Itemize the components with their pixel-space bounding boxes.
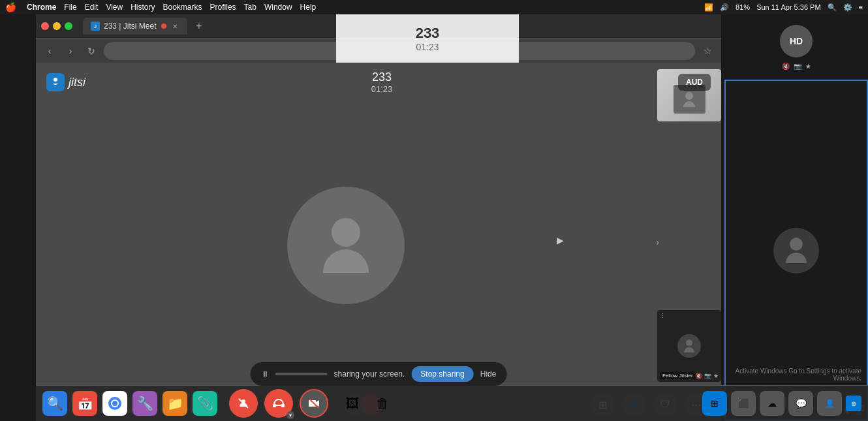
dock-trash[interactable]: 🗑 xyxy=(370,391,395,416)
menu-view[interactable]: View xyxy=(106,3,123,12)
menu-window[interactable]: Window xyxy=(264,3,292,12)
browser-tab[interactable]: J 233 | Jitsi Meet ✕ xyxy=(83,18,187,35)
overlay-room-timer: 01:23 xyxy=(416,42,439,52)
pause-icon[interactable]: ⏸ xyxy=(261,369,269,379)
taskbar-person[interactable]: 👤 xyxy=(817,391,842,416)
forward-btn[interactable]: › xyxy=(62,42,79,59)
room-timer: 01:23 xyxy=(371,84,393,94)
main-participant-icon xyxy=(313,213,379,278)
hd-avatar: HD xyxy=(780,25,813,57)
tile-mute-icon: 🔇 xyxy=(695,373,702,379)
jitsi-logo-text: jitsi xyxy=(69,76,85,89)
wifi-icon: 📶 xyxy=(704,3,713,12)
tab-title: 233 | Jitsi Meet xyxy=(104,22,157,31)
right-mute-icon: 🔇 xyxy=(782,63,790,70)
macos-dock: 🔍 📅 🔧 📁 📎 xyxy=(36,385,868,421)
svg-rect-9 xyxy=(281,404,285,407)
control-center-icon[interactable]: ⚙️ xyxy=(843,3,852,12)
dock-files[interactable]: 📁 xyxy=(163,391,187,416)
taskbar-taskview[interactable]: ⬛ xyxy=(731,391,756,416)
jitsi-logo-icon xyxy=(46,73,65,91)
room-title-overlay: 233 01:23 xyxy=(336,14,519,63)
taskbar-extra[interactable]: ⊕ xyxy=(846,396,861,411)
person-head xyxy=(332,218,360,247)
sidebar-arrow-btn[interactable]: › xyxy=(656,237,659,247)
tab-recording-dot xyxy=(161,23,166,29)
svg-point-0 xyxy=(54,78,57,82)
browser-chrome-top: J 233 | Jitsi Meet ✕ + ‹ › ↻ ☆ 233 01:23 xyxy=(36,14,721,63)
screen-share-notification: ⏸ sharing your screen. Stop sharing Hide xyxy=(251,362,507,386)
tile-menu-btn[interactable]: ⋮ xyxy=(660,313,666,319)
tab-favicon: J xyxy=(91,22,100,31)
sound-icon: 🔊 xyxy=(720,3,729,12)
tile-bottom-icons: 🔇 📷 ★ xyxy=(695,373,719,379)
mouse-cursor: ▶ xyxy=(557,235,564,245)
main-participant-avatar xyxy=(287,187,405,304)
right-star-icon[interactable]: ★ xyxy=(805,63,811,70)
menu-profiles[interactable]: Profiles xyxy=(210,3,236,12)
share-progress-bar xyxy=(275,373,328,375)
hide-button[interactable]: Hide xyxy=(480,369,497,379)
dock-calendar[interactable]: 📅 xyxy=(72,391,97,416)
dock-clips[interactable]: 📎 xyxy=(193,391,217,416)
menu-tab[interactable]: Tab xyxy=(244,3,256,12)
notification-icon[interactable]: ≡ xyxy=(859,3,863,11)
tab-close-btn[interactable]: ✕ xyxy=(170,22,179,31)
apple-menu[interactable]: 🍎 xyxy=(5,2,16,12)
jitsi-app: J 233 | Jitsi Meet ✕ + ‹ › ↻ ☆ 233 01:23 xyxy=(36,14,721,421)
dock-photos[interactable]: 🖼 xyxy=(340,391,365,416)
menu-history[interactable]: History xyxy=(131,3,155,12)
end-call-chevron[interactable]: ▾ xyxy=(287,411,294,419)
menu-help[interactable]: Help xyxy=(300,3,317,12)
battery-status: 81% xyxy=(736,3,750,11)
window-minimize-btn[interactable] xyxy=(53,22,61,30)
mute-call-btn[interactable] xyxy=(229,389,258,418)
menu-file[interactable]: File xyxy=(64,3,76,12)
right-panel-top: HD 🔇 📷 ★ xyxy=(724,14,868,80)
dock-finder[interactable]: 🔍 xyxy=(42,391,67,416)
refresh-btn[interactable]: ↻ xyxy=(83,42,100,59)
dock-chrome[interactable] xyxy=(102,391,127,416)
jitsi-header: jitsi 233 01:23 AUD xyxy=(36,63,721,102)
taskbar-widgets[interactable]: ☁ xyxy=(760,391,784,416)
fellow-jitster-tile[interactable]: Fellow Jitster ⋮ 🔇 📷 ★ xyxy=(657,310,721,382)
tile-novideo-icon: 📷 xyxy=(704,373,711,379)
aud-badge: AUD xyxy=(678,74,711,91)
overlay-room-name: 233 xyxy=(416,25,440,42)
taskbar-chat[interactable]: 💬 xyxy=(788,391,813,416)
back-btn[interactable]: ‹ xyxy=(41,42,58,59)
mute-btn-wrapper: ▾ xyxy=(264,389,293,418)
right-novideo-icon: 📷 xyxy=(794,63,801,70)
jitsi-content: jitsi 233 01:23 AUD xyxy=(36,63,721,421)
bookmark-btn[interactable]: ☆ xyxy=(699,42,716,59)
search-icon[interactable]: 🔍 xyxy=(828,3,837,12)
video-toggle-btn[interactable] xyxy=(300,389,328,418)
tile-star-icon[interactable]: ★ xyxy=(713,373,719,379)
sharing-text: sharing your screen. xyxy=(334,369,405,379)
dock-tools[interactable]: 🔧 xyxy=(132,391,157,416)
menu-bar-right: 📶 🔊 81% Sun 11 Apr 5:36 PM 🔍 ⚙️ ≡ xyxy=(704,3,863,12)
fellow-jitster-name: Fellow Jitster xyxy=(660,372,696,379)
person-body xyxy=(323,249,369,273)
svg-point-5 xyxy=(112,401,117,406)
new-tab-btn[interactable]: + xyxy=(190,17,208,35)
room-info: 233 01:23 xyxy=(371,70,393,94)
right-panel: HD 🔇 📷 ★ ⋮ 🔇 📷 xyxy=(724,14,868,421)
menu-items: Chrome File Edit View History Bookmarks … xyxy=(27,3,316,12)
window-maximize-btn[interactable] xyxy=(65,22,72,30)
menu-edit[interactable]: Edit xyxy=(85,3,99,12)
menu-chrome[interactable]: Chrome xyxy=(27,3,56,12)
call-controls: ▾ xyxy=(229,389,328,418)
windows-activation-text: Activate Windows Go to Settings to activ… xyxy=(724,367,861,382)
menu-bar: 🍎 Chrome File Edit View History Bookmark… xyxy=(0,0,868,14)
window-close-btn[interactable] xyxy=(41,22,49,30)
windows-taskbar-right: ⊞ ⬛ ☁ 💬 👤 ⊕ xyxy=(702,391,861,416)
stop-sharing-button[interactable]: Stop sharing xyxy=(411,366,473,382)
svg-rect-8 xyxy=(273,404,276,407)
taskbar-start[interactable]: ⊞ xyxy=(702,391,727,416)
jitsi-logo: jitsi xyxy=(46,73,85,91)
right-top-icons: 🔇 📷 ★ xyxy=(782,63,811,70)
room-name: 233 xyxy=(371,70,393,84)
menu-bookmarks[interactable]: Bookmarks xyxy=(163,3,202,12)
datetime-display: Sun 11 Apr 5:36 PM xyxy=(756,3,820,11)
